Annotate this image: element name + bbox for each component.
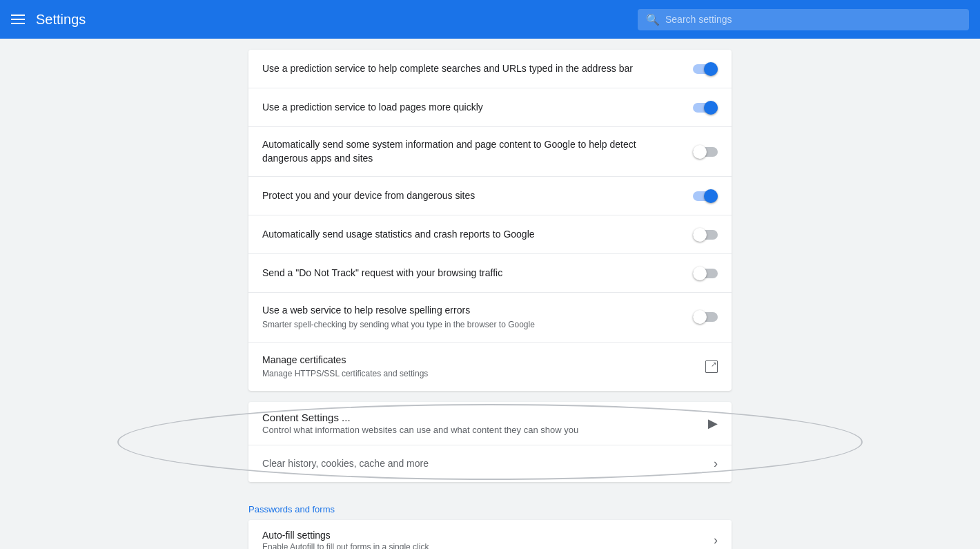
menu-icon[interactable] — [11, 15, 25, 24]
content-settings-card: Content Settings ... Control what inform… — [248, 402, 732, 482]
content-settings-wrapper: Content Settings ... Control what inform… — [248, 402, 732, 482]
main-content: Use a prediction service to help complet… — [0, 39, 980, 549]
toggle-thumb — [704, 62, 718, 76]
setting-row-do-not-track[interactable]: Send a "Do Not Track" request with your … — [248, 254, 732, 293]
nav-row-autofill[interactable]: Auto-fill settingsEnable Autofill to fil… — [248, 520, 732, 549]
content-settings-text: Content Settings ... Control what inform… — [262, 412, 708, 435]
chevron-right-icon: ▶ — [708, 416, 718, 431]
toggle-spelling-errors[interactable] — [693, 310, 718, 324]
nav-title-autofill: Auto-fill settings — [262, 530, 714, 541]
setting-label-spelling-errors: Use a web service to help resolve spelli… — [262, 304, 682, 318]
toggle-thumb — [693, 145, 707, 159]
setting-row-manage-certificates[interactable]: Manage certificatesManage HTTPS/SSL cert… — [248, 343, 732, 391]
settings-container: Use a prediction service to help complet… — [248, 50, 732, 549]
setting-label-prediction-pages: Use a prediction service to load pages m… — [262, 101, 682, 115]
clear-history-row[interactable]: Clear history, cookies, cache and more › — [248, 445, 732, 482]
toggle-prediction-address[interactable] — [693, 62, 718, 76]
setting-label-auto-send-info: Automatically send some system informati… — [262, 138, 682, 165]
content-settings-subtitle: Control what information websites can us… — [262, 425, 708, 435]
setting-row-usage-stats[interactable]: Automatically send usage statistics and … — [248, 215, 732, 254]
setting-label-protect-dangerous: Protect you and your device from dangero… — [262, 189, 682, 203]
toggle-thumb — [693, 310, 707, 324]
setting-label-do-not-track: Send a "Do Not Track" request with your … — [262, 267, 682, 280]
search-bar: 🔍 — [638, 9, 969, 30]
toggle-protect-dangerous[interactable] — [693, 189, 718, 203]
header: Settings 🔍 — [0, 0, 980, 39]
toggle-thumb — [704, 101, 718, 115]
toggle-auto-send-info[interactable] — [693, 145, 718, 159]
content-settings-row[interactable]: Content Settings ... Control what inform… — [248, 402, 732, 445]
toggle-usage-stats[interactable] — [693, 228, 718, 242]
passwords-label: Passwords and forms — [248, 493, 732, 520]
setting-row-prediction-pages[interactable]: Use a prediction service to load pages m… — [248, 88, 732, 127]
passwords-card: Auto-fill settingsEnable Autofill to fil… — [248, 520, 732, 549]
setting-label-usage-stats: Automatically send usage statistics and … — [262, 228, 682, 242]
setting-row-prediction-address[interactable]: Use a prediction service to help complet… — [248, 50, 732, 88]
settings-card: Use a prediction service to help complet… — [248, 50, 732, 391]
setting-row-spelling-errors[interactable]: Use a web service to help resolve spelli… — [248, 293, 732, 342]
setting-sublabel-manage-certificates: Manage HTTPS/SSL certificates and settin… — [262, 368, 694, 380]
setting-row-auto-send-info[interactable]: Automatically send some system informati… — [248, 127, 732, 177]
setting-sublabel-spelling-errors: Smarter spell-checking by sending what y… — [262, 319, 682, 331]
page-title: Settings — [36, 12, 86, 28]
search-icon: 🔍 — [646, 13, 660, 26]
external-link-icon-manage-certificates[interactable] — [705, 360, 718, 373]
setting-label-manage-certificates: Manage certificates — [262, 354, 694, 367]
toggle-thumb — [693, 267, 707, 280]
chevron-right-icon-autofill: › — [714, 533, 718, 548]
content-settings-title: Content Settings ... — [262, 412, 708, 423]
toggle-prediction-pages[interactable] — [693, 101, 718, 115]
toggle-thumb — [704, 189, 718, 203]
passwords-section-label: Passwords and forms — [248, 493, 732, 520]
clear-history-label: Clear history, cookies, cache and more — [262, 458, 429, 469]
toggle-thumb — [693, 228, 707, 242]
toggle-do-not-track[interactable] — [693, 267, 718, 280]
setting-row-protect-dangerous[interactable]: Protect you and your device from dangero… — [248, 177, 732, 215]
clear-history-chevron: › — [714, 456, 718, 471]
search-input[interactable] — [665, 14, 961, 25]
nav-sub-autofill: Enable Autofill to fill out forms in a s… — [262, 542, 714, 549]
setting-label-prediction-address: Use a prediction service to help complet… — [262, 62, 682, 76]
